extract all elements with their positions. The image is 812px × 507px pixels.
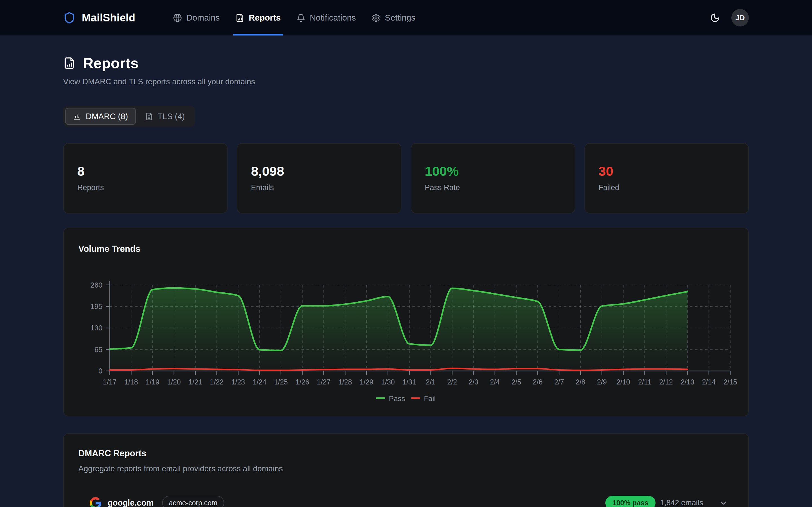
globe-icon (173, 13, 182, 22)
page-header: Reports View DMARC and TLS reports acros… (63, 55, 749, 86)
nav-item-reports[interactable]: Reports (236, 0, 281, 36)
svg-text:1/26: 1/26 (296, 378, 309, 386)
dmarc-reports-title: DMARC Reports (79, 448, 733, 459)
svg-text:195: 195 (90, 302, 102, 311)
stat-card-reports: 8 Reports (63, 143, 227, 214)
svg-text:1/21: 1/21 (189, 378, 202, 386)
svg-text:1/17: 1/17 (103, 378, 116, 386)
svg-text:1/22: 1/22 (210, 378, 223, 386)
svg-text:1/23: 1/23 (231, 378, 245, 386)
shield-logo-icon (63, 11, 75, 24)
nav-item-label: Settings (385, 13, 415, 22)
tab-label: TLS (4) (158, 112, 185, 121)
svg-text:2/5: 2/5 (511, 378, 521, 386)
svg-text:2/12: 2/12 (659, 378, 673, 386)
tab-tls[interactable]: TLS (4) (137, 108, 193, 125)
svg-text:2/1: 2/1 (426, 378, 436, 386)
svg-text:1/27: 1/27 (317, 378, 331, 386)
svg-text:2/15: 2/15 (723, 378, 737, 386)
svg-text:1/28: 1/28 (338, 378, 352, 386)
report-row-google[interactable]: google.com acme-corp.com 100% pass 1,842… (79, 491, 733, 507)
volume-trends-panel: Volume Trends 0651301952601/171/181/191/… (63, 228, 749, 416)
file-chart-icon (236, 13, 244, 22)
svg-text:2/10: 2/10 (616, 378, 630, 386)
svg-text:1/18: 1/18 (124, 378, 138, 386)
stat-label: Reports (77, 183, 227, 192)
stat-card-pass-rate: 100% Pass Rate (411, 143, 575, 214)
nav-item-label: Reports (249, 13, 281, 22)
nav-item-label: Notifications (310, 13, 356, 22)
svg-text:2/9: 2/9 (597, 378, 607, 386)
page-title: Reports (83, 55, 139, 71)
email-count: 1,842 emails (660, 499, 703, 507)
svg-text:1/31: 1/31 (403, 378, 416, 386)
stat-label: Failed (599, 183, 748, 192)
dmarc-reports-subtitle: Aggregate reports from email providers a… (79, 464, 733, 473)
svg-text:2/4: 2/4 (490, 378, 500, 386)
svg-text:0: 0 (98, 367, 102, 375)
stat-label: Emails (251, 183, 401, 192)
svg-text:2/14: 2/14 (702, 378, 716, 386)
nav-item-settings[interactable]: Settings (371, 0, 415, 36)
stat-card-failed: 30 Failed (585, 143, 749, 214)
svg-text:Fail: Fail (424, 395, 436, 402)
stat-cards: 8 Reports 8,098 Emails 100% Pass Rate 30… (63, 143, 749, 214)
bell-icon (297, 13, 305, 22)
svg-text:2/11: 2/11 (638, 378, 651, 386)
google-logo-icon (90, 497, 101, 507)
svg-text:2/6: 2/6 (533, 378, 543, 386)
svg-text:Pass: Pass (389, 395, 405, 402)
svg-text:130: 130 (90, 324, 102, 332)
page-subtitle: View DMARC and TLS reports across all yo… (63, 77, 749, 86)
nav-menu: Domains Reports Notifications Settings (173, 0, 416, 36)
tab-dmarc[interactable]: DMARC (8) (65, 108, 136, 125)
stat-card-emails: 8,098 Emails (237, 143, 401, 214)
nav-item-label: Domains (186, 13, 220, 22)
svg-text:2/13: 2/13 (680, 378, 694, 386)
chevron-down-icon[interactable] (719, 499, 728, 507)
report-type-tabs: DMARC (8) TLS (4) (63, 106, 195, 127)
dmarc-reports-panel: DMARC Reports Aggregate reports from ema… (63, 433, 749, 507)
bar-chart-icon (73, 112, 81, 121)
svg-text:2/8: 2/8 (576, 378, 586, 386)
file-text-icon (145, 112, 153, 121)
gear-icon (371, 13, 380, 22)
svg-text:260: 260 (90, 281, 102, 289)
top-nav: MailShield Domains Reports Notifications… (0, 0, 812, 36)
moon-icon (710, 13, 720, 23)
nav-right: JD (710, 0, 749, 36)
svg-text:1/24: 1/24 (253, 378, 266, 386)
svg-text:2/7: 2/7 (554, 378, 564, 386)
stat-value: 8,098 (251, 165, 401, 178)
svg-text:1/19: 1/19 (146, 378, 159, 386)
theme-toggle-button[interactable] (710, 13, 720, 23)
chart-title: Volume Trends (79, 244, 140, 254)
stat-value: 100% (425, 165, 574, 178)
volume-trends-chart: 0651301952601/171/181/191/201/211/221/23… (64, 228, 748, 416)
stat-value: 30 (599, 165, 748, 178)
tab-label: DMARC (8) (86, 112, 128, 121)
main-content: Reports View DMARC and TLS reports acros… (0, 55, 812, 507)
stat-value: 8 (77, 165, 227, 178)
stat-label: Pass Rate (425, 183, 574, 192)
file-chart-icon (63, 57, 75, 69)
avatar[interactable]: JD (731, 9, 749, 26)
svg-text:2/3: 2/3 (469, 378, 478, 386)
svg-text:1/25: 1/25 (274, 378, 288, 386)
svg-text:65: 65 (94, 346, 103, 353)
nav-item-notifications[interactable]: Notifications (297, 0, 356, 36)
svg-text:1/20: 1/20 (167, 378, 181, 386)
svg-text:1/30: 1/30 (381, 378, 395, 386)
pass-rate-badge: 100% pass (605, 496, 656, 507)
nav-item-domains[interactable]: Domains (173, 0, 220, 36)
provider-name: google.com (108, 498, 154, 507)
domain-chip: acme-corp.com (162, 496, 224, 507)
svg-text:2/2: 2/2 (447, 378, 457, 386)
brand-name: MailShield (82, 12, 135, 24)
brand[interactable]: MailShield (63, 0, 135, 36)
svg-text:1/29: 1/29 (360, 378, 373, 386)
